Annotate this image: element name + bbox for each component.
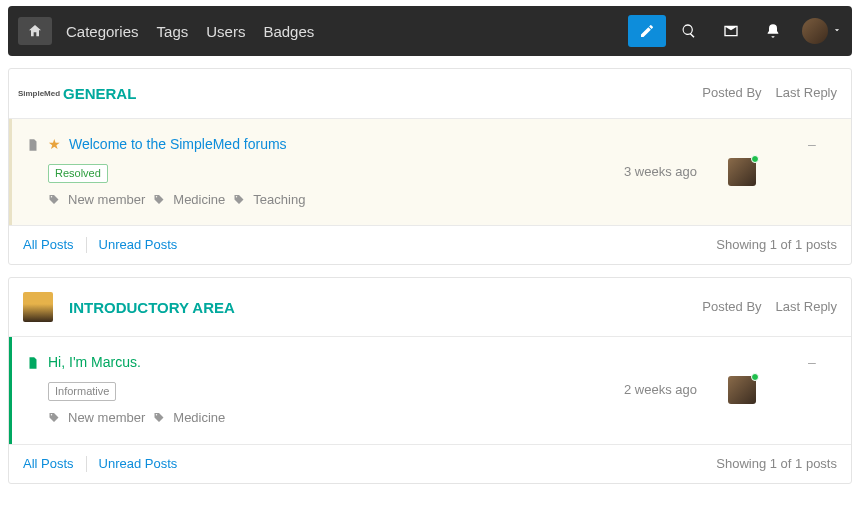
- category-title[interactable]: GENERAL: [63, 83, 136, 104]
- category-header: INTRODUCTORY AREA Posted By Last Reply: [9, 278, 851, 336]
- category-introductory: INTRODUCTORY AREA Posted By Last Reply H…: [8, 277, 852, 483]
- nav-badges[interactable]: Badges: [263, 21, 314, 42]
- notifications-button[interactable]: [754, 15, 792, 47]
- tag-row: New member Medicine Teaching: [48, 191, 587, 209]
- status-badge: Informative: [48, 382, 116, 401]
- home-button[interactable]: [18, 17, 52, 45]
- tag-icon: [233, 194, 245, 206]
- post-count: Showing 1 of 1 posts: [716, 455, 837, 473]
- post-row[interactable]: Hi, I'm Marcus. Informative New member M…: [9, 337, 851, 443]
- envelope-icon: [723, 23, 739, 39]
- last-reply-cell: –: [787, 135, 837, 209]
- post-time: 2 weeks ago: [587, 353, 697, 427]
- post-count: Showing 1 of 1 posts: [716, 236, 837, 254]
- tag-icon: [153, 412, 165, 424]
- online-indicator: [751, 155, 759, 163]
- user-menu-caret[interactable]: [828, 21, 842, 41]
- pencil-icon: [639, 23, 655, 39]
- category-header: SimpleMed GENERAL Posted By Last Reply: [9, 69, 851, 118]
- last-reply-cell: –: [787, 353, 837, 427]
- home-icon: [27, 23, 43, 39]
- category-logo: [23, 292, 53, 322]
- col-last-reply: Last Reply: [776, 84, 837, 102]
- nav-tags[interactable]: Tags: [157, 21, 189, 42]
- filter-all-posts[interactable]: All Posts: [23, 236, 74, 254]
- tag-icon: [48, 194, 60, 206]
- col-posted-by: Posted By: [702, 298, 761, 316]
- chevron-down-icon: [832, 25, 842, 35]
- file-icon: [26, 355, 40, 371]
- tag-icon: [48, 412, 60, 424]
- status-badge: Resolved: [48, 164, 108, 183]
- messages-button[interactable]: [712, 15, 750, 47]
- post-title[interactable]: Welcome to the SimpleMed forums: [69, 135, 287, 155]
- tag-row: New member Medicine: [48, 409, 587, 427]
- nav-users[interactable]: Users: [206, 21, 245, 42]
- bell-icon: [765, 23, 781, 39]
- post-row[interactable]: ★ Welcome to the SimpleMed forums Resolv…: [9, 119, 851, 225]
- post-title[interactable]: Hi, I'm Marcus.: [48, 353, 141, 373]
- search-button[interactable]: [670, 15, 708, 47]
- pinned-star-icon: ★: [48, 135, 61, 155]
- filter-all-posts[interactable]: All Posts: [23, 455, 74, 473]
- tag[interactable]: Medicine: [173, 409, 225, 427]
- search-icon: [681, 23, 697, 39]
- tag[interactable]: Medicine: [173, 191, 225, 209]
- post-time: 3 weeks ago: [587, 135, 697, 209]
- filter-unread-posts[interactable]: Unread Posts: [99, 236, 178, 254]
- new-post-button[interactable]: [628, 15, 666, 47]
- tag[interactable]: New member: [68, 409, 145, 427]
- category-title[interactable]: INTRODUCTORY AREA: [69, 297, 235, 318]
- filter-unread-posts[interactable]: Unread Posts: [99, 455, 178, 473]
- category-footer: All Posts Unread Posts Showing 1 of 1 po…: [9, 444, 851, 483]
- top-navbar: Categories Tags Users Badges: [8, 6, 852, 56]
- nav-categories[interactable]: Categories: [66, 21, 139, 42]
- category-general: SimpleMed GENERAL Posted By Last Reply ★…: [8, 68, 852, 265]
- author-avatar[interactable]: [728, 376, 756, 404]
- author-avatar[interactable]: [728, 158, 756, 186]
- file-icon: [26, 137, 40, 153]
- tag[interactable]: Teaching: [253, 191, 305, 209]
- online-indicator: [751, 373, 759, 381]
- col-posted-by: Posted By: [702, 84, 761, 102]
- tag-icon: [153, 194, 165, 206]
- category-footer: All Posts Unread Posts Showing 1 of 1 po…: [9, 225, 851, 264]
- category-logo: SimpleMed: [23, 84, 55, 104]
- user-avatar[interactable]: [802, 18, 828, 44]
- col-last-reply: Last Reply: [776, 298, 837, 316]
- tag[interactable]: New member: [68, 191, 145, 209]
